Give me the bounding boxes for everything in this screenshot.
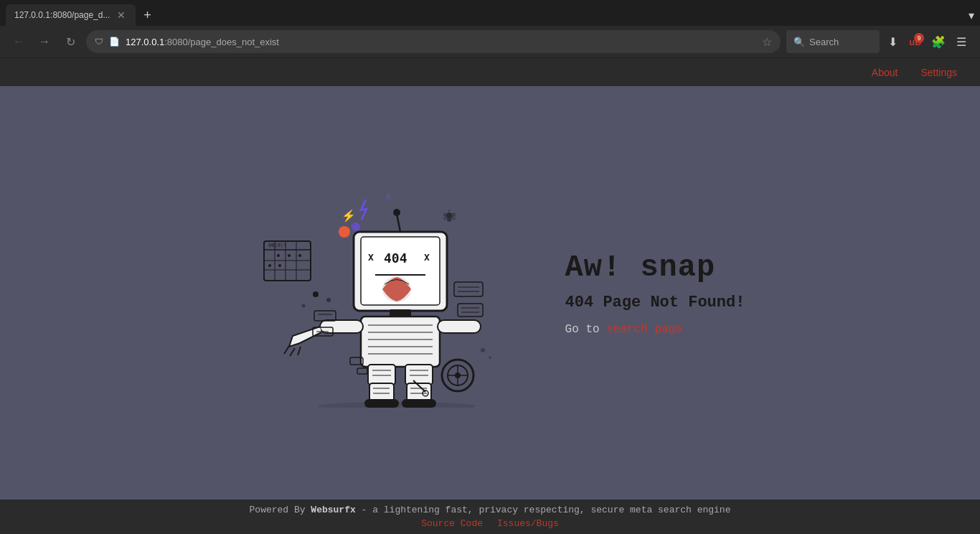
svg-point-77 bbox=[489, 356, 491, 359]
app-nav: About Settings bbox=[0, 57, 980, 86]
issues-link[interactable]: Issues/Bugs bbox=[497, 518, 559, 529]
bookmark-button[interactable]: ☆ bbox=[762, 35, 772, 49]
go-to-prefix: Go to bbox=[565, 323, 607, 336]
error-subheading: 404 Page Not Found! bbox=[565, 294, 745, 312]
error-heading: Aw! snap bbox=[565, 250, 745, 285]
svg-line-36 bbox=[284, 346, 289, 354]
tagline-text: - a lightening fast, privacy respecting,… bbox=[356, 505, 731, 515]
url-display: 127.0.0.1:8080/page_does_not_exist bbox=[126, 37, 756, 47]
svg-point-18 bbox=[278, 264, 281, 267]
active-tab[interactable]: 127.0.0.1:8080/page_d... ✕ bbox=[6, 4, 136, 26]
search-label: Search bbox=[809, 37, 839, 47]
download-button[interactable]: ⬇ bbox=[882, 32, 903, 52]
svg-rect-47 bbox=[405, 365, 433, 385]
svg-point-16 bbox=[298, 254, 301, 257]
svg-point-5 bbox=[352, 222, 360, 231]
svg-point-72 bbox=[313, 291, 319, 297]
brand-name: Websurfx bbox=[311, 505, 355, 515]
ublock-badge: 9 bbox=[914, 33, 924, 43]
about-link[interactable]: About bbox=[860, 61, 910, 84]
svg-point-75 bbox=[318, 402, 476, 408]
search-icon: 🔍 bbox=[793, 37, 805, 47]
powered-by-text: Powered By bbox=[250, 505, 311, 515]
svg-text:🕷: 🕷 bbox=[443, 210, 456, 224]
robot-illustration: ⚡ # 00|0|! bbox=[235, 178, 508, 408]
svg-point-73 bbox=[326, 298, 331, 302]
svg-text:X: X bbox=[368, 252, 374, 263]
footer: Powered By Websurfx - a lightening fast,… bbox=[0, 500, 980, 534]
svg-point-76 bbox=[481, 348, 485, 352]
footer-line1: Powered By Websurfx - a lightening fast,… bbox=[250, 505, 731, 515]
footer-line2: Source Code Issues/Bugs bbox=[421, 518, 559, 529]
svg-point-14 bbox=[277, 254, 280, 257]
svg-text:#: # bbox=[386, 192, 391, 202]
svg-line-37 bbox=[290, 348, 295, 356]
svg-point-4 bbox=[339, 226, 350, 238]
error-go-to: Go to search page bbox=[565, 323, 745, 336]
page-content: ⚡ # 00|0|! bbox=[0, 86, 980, 500]
error-text: Aw! snap 404 Page Not Found! Go to searc… bbox=[565, 250, 745, 336]
forward-button[interactable]: → bbox=[34, 32, 55, 52]
svg-text:404: 404 bbox=[384, 250, 407, 266]
svg-rect-39 bbox=[438, 320, 481, 333]
svg-text:00|0|!: 00|0|! bbox=[268, 243, 286, 248]
tab-bar: 127.0.0.1:8080/page_d... ✕ + ▾ bbox=[0, 0, 980, 26]
page-icon: 📄 bbox=[109, 37, 120, 47]
tab-title: 127.0.0.1:8080/page_d... bbox=[14, 10, 110, 20]
toolbar-right: 🔍 Search ⬇ uD 9 🧩 ☰ bbox=[786, 30, 971, 53]
svg-rect-79 bbox=[357, 368, 367, 374]
security-icon: 🛡 bbox=[95, 37, 103, 47]
svg-rect-57 bbox=[458, 304, 483, 317]
svg-rect-35 bbox=[320, 320, 363, 333]
url-bar[interactable]: 🛡 📄 127.0.0.1:8080/page_does_not_exist ☆ bbox=[86, 30, 781, 53]
svg-text:X: X bbox=[424, 252, 430, 263]
svg-rect-54 bbox=[454, 282, 483, 296]
svg-line-26 bbox=[397, 214, 400, 232]
extensions-button[interactable]: 🧩 bbox=[928, 32, 948, 52]
svg-point-74 bbox=[301, 304, 305, 308]
svg-point-17 bbox=[268, 264, 271, 267]
source-code-link[interactable]: Source Code bbox=[421, 518, 483, 529]
svg-rect-43 bbox=[369, 383, 394, 401]
svg-text:⚡: ⚡ bbox=[341, 209, 356, 222]
svg-line-38 bbox=[298, 347, 301, 355]
svg-point-27 bbox=[393, 209, 400, 216]
reload-button[interactable]: ↻ bbox=[60, 32, 80, 52]
address-bar: ← → ↻ 🛡 📄 127.0.0.1:8080/page_does_not_e… bbox=[0, 26, 980, 57]
robot-svg: ⚡ # 00|0|! bbox=[235, 178, 508, 408]
ublock-button[interactable]: uD 9 bbox=[905, 32, 925, 52]
tab-list-button[interactable]: ▾ bbox=[969, 9, 974, 22]
menu-button[interactable]: ☰ bbox=[951, 32, 971, 52]
settings-link[interactable]: Settings bbox=[909, 61, 969, 84]
back-button[interactable]: ← bbox=[9, 32, 29, 52]
error-container: ⚡ # 00|0|! bbox=[235, 178, 745, 408]
svg-rect-60 bbox=[314, 311, 336, 321]
tab-close-button[interactable]: ✕ bbox=[116, 9, 127, 21]
svg-rect-40 bbox=[368, 365, 395, 385]
url-host: 127.0.0.1 bbox=[126, 37, 164, 47]
new-tab-button[interactable]: + bbox=[138, 6, 156, 24]
search-bar[interactable]: 🔍 Search bbox=[786, 30, 880, 53]
search-page-link[interactable]: search page bbox=[606, 323, 682, 336]
svg-rect-29 bbox=[361, 317, 440, 367]
url-path: :8080/page_does_not_exist bbox=[164, 37, 279, 47]
svg-point-15 bbox=[288, 254, 291, 257]
